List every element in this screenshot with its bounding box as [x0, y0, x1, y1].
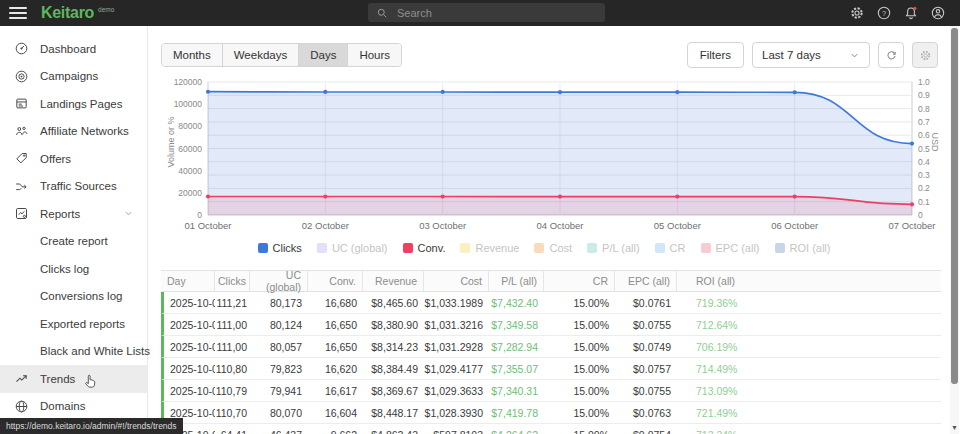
column-header-conv[interactable]: Conv.	[308, 271, 363, 291]
legend-item-epc-all[interactable]: EPC (all)	[701, 242, 760, 254]
vertical-scrollbar[interactable]: ▼	[950, 26, 959, 434]
sidebar-item-exported-reports[interactable]: Exported reports	[0, 310, 147, 338]
sidebar-item-campaigns[interactable]: Campaigns	[0, 63, 147, 91]
table-cell: 16,620	[308, 363, 363, 375]
table-cell: 15.00%	[544, 341, 615, 353]
legend-item-p-l-all[interactable]: P/L (all)	[587, 242, 640, 254]
y-axis-tick-right: 0.2	[918, 183, 930, 193]
tab-days[interactable]: Days	[299, 44, 348, 66]
trends-chart[interactable]: 01 October02 October03 October04 October…	[149, 70, 939, 240]
y-axis-tick-right: 0.7	[918, 117, 930, 127]
table-cell: 79,941	[250, 385, 308, 397]
refresh-button[interactable]	[878, 42, 904, 68]
legend-item-cost[interactable]: Cost	[534, 242, 572, 254]
domains-icon	[14, 399, 29, 414]
menu-toggle-icon[interactable]	[9, 7, 27, 19]
sidebar-item-domains[interactable]: Domains	[0, 393, 147, 421]
sidebar-item-clicks-log[interactable]: Clicks log	[0, 255, 147, 283]
table-cell: 16,650	[308, 341, 363, 353]
column-header-p-l-all[interactable]: P/L (all)	[489, 271, 544, 291]
y-axis-tick-right: 0.9	[918, 90, 930, 100]
help-icon[interactable]	[876, 5, 892, 21]
tab-months[interactable]: Months	[162, 44, 223, 66]
sidebar-item-landings-pages[interactable]: Landings Pages	[0, 90, 147, 118]
table-cell: $8,380.90	[363, 319, 424, 331]
notifications-icon[interactable]	[903, 5, 919, 21]
scrollbar-thumb[interactable]	[951, 28, 958, 384]
legend-label: EPC (all)	[716, 242, 760, 254]
trends-table: DayClicksUC (global)Conv.RevenueCostP/L …	[161, 270, 941, 434]
chevron-down-icon	[849, 50, 860, 61]
date-range-select[interactable]: Last 7 days	[752, 42, 870, 68]
account-icon[interactable]	[930, 5, 946, 21]
table-row: 2025-10-0764,4146,4379,662$4,862.43$597.…	[161, 424, 941, 434]
column-header-cost[interactable]: Cost	[424, 271, 489, 291]
sidebar-item-label: Offers	[40, 153, 71, 165]
sidebar-item-trends[interactable]: Trends	[0, 365, 147, 393]
legend-item-clicks[interactable]: Clicks	[258, 242, 302, 254]
sidebar-item-black-and-white-lists[interactable]: Black and White Lists	[0, 338, 147, 366]
x-axis-label: 06 October	[771, 220, 818, 231]
table-cell: 111,00	[215, 319, 250, 331]
y-axis-tick-right: 0.1	[918, 197, 930, 207]
sidebar-item-reports[interactable]: Reports	[0, 200, 147, 228]
sidebar-item-conversions-log[interactable]: Conversions log	[0, 283, 147, 311]
x-axis-label: 03 October	[419, 220, 466, 231]
table-cell: $1,029.3633	[424, 385, 489, 397]
chart-settings-button[interactable]	[912, 42, 938, 68]
sidebar-item-offers[interactable]: Offers	[0, 145, 147, 173]
sidebar-item-create-report[interactable]: Create report	[0, 228, 147, 256]
sidebar-item-affiliate-networks[interactable]: Affiliate Networks	[0, 118, 147, 146]
legend-item-revenue[interactable]: Revenue	[460, 242, 519, 254]
column-header-cr[interactable]: CR	[544, 271, 615, 291]
legend-item-conv[interactable]: Conv.	[403, 242, 446, 254]
keitaro-logo[interactable]: Keitaro	[41, 5, 94, 21]
table-cell: $7,340.31	[489, 385, 544, 397]
y-axis-tick-right: 0	[918, 210, 923, 220]
legend-item-roi-all[interactable]: ROI (all)	[775, 242, 831, 254]
legend-label: Clicks	[273, 242, 302, 254]
table-cell: 15.00%	[544, 319, 615, 331]
sidebar-item-label: Create report	[40, 235, 108, 247]
search-icon	[376, 7, 388, 19]
search-input[interactable]	[395, 6, 597, 20]
table-cell: 2025-10-01	[164, 297, 215, 309]
global-search[interactable]	[368, 3, 605, 22]
table-cell: 15.00%	[544, 297, 615, 309]
table-cell: $1,028.3930	[424, 407, 489, 419]
sidebar-item-traffic-sources[interactable]: Traffic Sources	[0, 173, 147, 201]
tab-weekdays[interactable]: Weekdays	[223, 44, 299, 66]
table-cell: 15.00%	[544, 407, 615, 419]
column-header-revenue[interactable]: Revenue	[363, 271, 424, 291]
settings-icon[interactable]	[849, 5, 865, 21]
table-cell: 46,437	[250, 429, 308, 434]
filters-button[interactable]: Filters	[687, 42, 744, 68]
table-cell: 64,41	[215, 429, 250, 434]
column-header-roi-all[interactable]: ROI (all)	[677, 271, 941, 291]
column-header-epc-all[interactable]: EPC (all)	[615, 271, 677, 291]
table-cell: $7,432.40	[489, 297, 544, 309]
demo-badge: demo	[98, 6, 114, 13]
table-cell: 111,21	[215, 297, 250, 309]
chart-point-clicks	[441, 90, 445, 94]
legend-item-cr[interactable]: CR	[655, 242, 686, 254]
table-cell: $0.0757	[615, 363, 677, 375]
table-cell: $1,031.2928	[424, 341, 489, 353]
scrollbar-down-arrow[interactable]: ▼	[950, 423, 959, 433]
y-axis-tick-left: 120000	[174, 77, 203, 87]
table-cell: 706.19%	[677, 341, 941, 353]
y-axis-tick-left: 60000	[178, 144, 202, 154]
table-cell: $0.0755	[615, 385, 677, 397]
legend-item-uc-global[interactable]: UC (global)	[317, 242, 388, 254]
table-cell: 80,057	[250, 341, 308, 353]
column-header-day[interactable]: Day	[161, 271, 215, 291]
table-body: 2025-10-01111,2180,17316,680$8,465.60$1,…	[161, 292, 941, 434]
column-header-clicks[interactable]: Clicks	[215, 271, 250, 291]
tab-hours[interactable]: Hours	[348, 44, 401, 66]
sidebar-item-dashboard[interactable]: Dashboard	[0, 35, 147, 63]
table-row: 2025-10-05110,7979,94116,617$8,369.67$1,…	[161, 380, 941, 402]
column-header-uc-global[interactable]: UC (global)	[250, 271, 308, 291]
table-cell: 713.09%	[677, 385, 941, 397]
table-cell: $597.8103	[424, 429, 489, 434]
chevron-down-icon	[123, 208, 134, 219]
